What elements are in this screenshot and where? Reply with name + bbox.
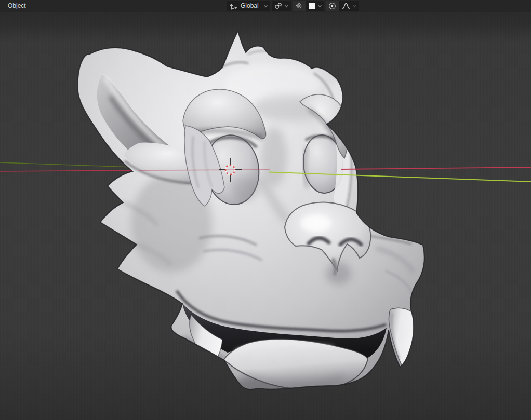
- chevron-down-icon: [284, 4, 289, 8]
- snap-increment-icon: [308, 2, 316, 10]
- transform-orientation-icon: [229, 2, 238, 10]
- proportional-editing-group: [326, 1, 359, 11]
- chevron-down-icon: [263, 4, 268, 8]
- proportional-editing-toggle[interactable]: [326, 1, 339, 11]
- pivot-point-icon: [274, 2, 283, 10]
- x-axis-line-near: [341, 167, 531, 169]
- proportional-editing-circle-icon: [328, 2, 337, 10]
- falloff-dropdown[interactable]: [339, 1, 359, 11]
- transform-orientation-dropdown[interactable]: Global: [227, 1, 270, 11]
- smooth-falloff-curve-icon: [341, 2, 351, 10]
- viewport-canvas: [0, 12, 531, 420]
- blender-window: Object Global: [0, 0, 531, 420]
- 3d-viewport[interactable]: [0, 12, 531, 420]
- x-axis-line: [0, 170, 139, 171]
- axis-lines-far: [0, 162, 139, 171]
- header-toolbar: Global: [227, 1, 359, 11]
- object-mode-menu[interactable]: Object: [6, 2, 28, 9]
- chevron-down-icon: [352, 4, 357, 8]
- snap-toggle-button[interactable]: [293, 1, 306, 11]
- dog-head-model[interactable]: [77, 31, 424, 403]
- pivot-point-dropdown[interactable]: [272, 1, 291, 11]
- chevron-down-icon: [317, 4, 322, 8]
- snap-mode-dropdown[interactable]: [306, 1, 324, 11]
- magnet-icon: [295, 2, 303, 10]
- viewport-header: Object Global: [0, 0, 531, 12]
- y-axis-line: [0, 162, 139, 168]
- orientation-label: Global: [240, 2, 262, 10]
- snap-group: [293, 1, 324, 11]
